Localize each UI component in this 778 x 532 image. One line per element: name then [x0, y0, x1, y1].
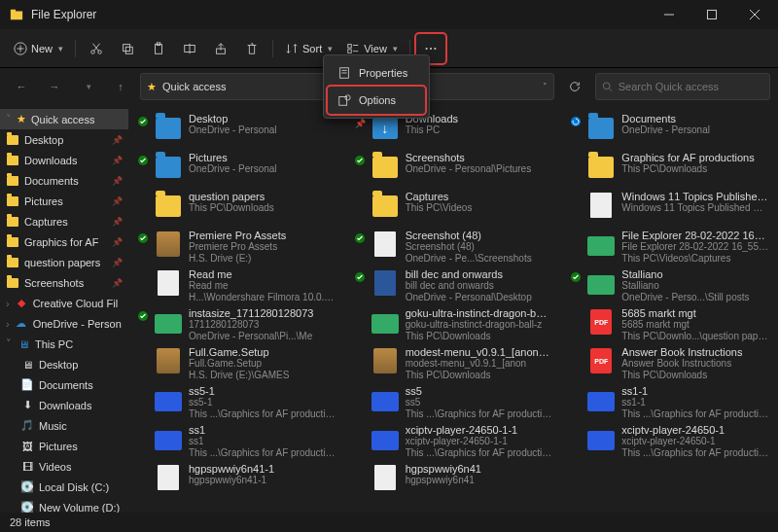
file-item[interactable]: Graphics for AF productionsThis PC\Downl… — [569, 150, 770, 187]
file-item[interactable]: DesktopOneDrive - Personal — [136, 111, 337, 148]
sync-badge — [355, 233, 365, 243]
copy-button[interactable] — [113, 34, 142, 63]
menu-options-label: Options — [359, 94, 396, 106]
sidebar-pin-downloads[interactable]: Downloads📌 — [0, 150, 128, 170]
file-item[interactable]: ScreenshotsOneDrive - Personal\Pictures — [353, 150, 554, 187]
item-thumbnail: PDF — [586, 307, 616, 337]
file-item[interactable]: question papersThis PC\Downloads — [136, 189, 337, 226]
file-item[interactable]: Windows 11 Topics Published EditedWindow… — [569, 189, 770, 226]
delete-button[interactable] — [237, 34, 266, 63]
item-thumbnail — [154, 191, 183, 220]
file-item[interactable]: File Explorer 28-02-2022 16_55_39File Ex… — [569, 228, 770, 265]
recent-button[interactable]: ▾ — [74, 73, 101, 100]
sidebar-pc-new-volume-d-[interactable]: 💽New Volume (D:) — [0, 497, 128, 513]
new-button[interactable]: New▾ — [8, 34, 69, 63]
sidebar-pc-videos[interactable]: 🎞Videos — [0, 456, 128, 477]
item-thumbnail — [371, 230, 400, 259]
sidebar-pc-documents[interactable]: 📄Documents — [0, 374, 128, 395]
item-name: Graphics for AF productions — [621, 152, 754, 163]
back-button[interactable]: ← — [8, 73, 35, 100]
paste-icon — [152, 42, 165, 55]
file-item[interactable]: xciptv-player-24650-1xciptv-player-24650… — [569, 422, 770, 459]
plus-circle-icon — [14, 42, 27, 55]
sync-badge — [138, 117, 148, 126]
file-item[interactable]: PicturesOneDrive - Personal — [136, 150, 337, 187]
file-item[interactable]: instasize_17112801280731711280128073OneD… — [136, 305, 337, 342]
sync-badge — [138, 233, 148, 243]
minimize-button[interactable] — [648, 0, 690, 29]
search-box[interactable] — [595, 73, 770, 100]
sidebar-pin-screenshots[interactable]: Screenshots📌 — [0, 272, 128, 293]
svg-rect-15 — [156, 44, 162, 53]
sidebar-onedrive[interactable]: ›☁OneDrive - Person — [0, 313, 128, 334]
file-item[interactable]: hgpspwwiy6n41hgpspwwiy6n41 — [353, 461, 554, 498]
file-item[interactable]: xciptv-player-24650-1-1xciptv-player-246… — [353, 422, 554, 459]
file-item[interactable]: Read meRead meH...\Wondershare Filmora 1… — [136, 266, 337, 303]
file-item[interactable]: Premiere Pro AssetsPremiere Pro AssetsH.… — [136, 228, 337, 265]
svg-rect-20 — [348, 44, 352, 48]
sidebar-pc-desktop[interactable]: 🖥Desktop — [0, 354, 128, 374]
sidebar: ˅★Quick accessDesktop📌Downloads📌Document… — [0, 105, 128, 513]
close-button[interactable] — [733, 0, 776, 29]
sidebar-pc-music[interactable]: 🎵Music — [0, 415, 128, 436]
menu-properties-label: Properties — [359, 67, 407, 79]
file-item[interactable]: ss5-1ss5-1This ...\Graphics for AF produ… — [136, 383, 337, 420]
item-thumbnail — [154, 307, 183, 337]
refresh-button[interactable] — [560, 73, 589, 100]
sidebar-pin-graphics-for-af[interactable]: Graphics for AF📌 — [0, 231, 128, 252]
menu-options[interactable]: Options — [328, 87, 425, 114]
share-button[interactable] — [206, 34, 235, 63]
search-input[interactable] — [619, 81, 763, 92]
chevron-down-icon[interactable]: ˅ — [543, 82, 548, 91]
sync-badge — [571, 311, 581, 321]
file-item[interactable]: bill dec and onwardsbill dec and onwards… — [353, 266, 554, 303]
file-item[interactable]: Full.Game.SetupFull.Game.SetupH.S. Drive… — [136, 344, 337, 381]
sync-badge — [355, 195, 365, 204]
item-path: This ...\Graphics for AF productions — [189, 447, 336, 459]
item-subtitle: ss5-1 — [189, 397, 336, 408]
sidebar-pin-captures[interactable]: Captures📌 — [0, 211, 128, 231]
file-item[interactable]: goku-ultra-instinct-dragon-ball-zgoku-ul… — [353, 305, 554, 342]
item-subtitle: 1711280128073 — [189, 319, 313, 331]
sync-badge — [355, 311, 365, 321]
paste-button[interactable] — [144, 34, 173, 63]
file-item[interactable]: Screenshot (48)Screenshot (48)OneDrive -… — [353, 228, 554, 265]
item-thumbnail — [586, 191, 616, 220]
file-item[interactable]: ss5ss5This ...\Graphics for AF productio… — [353, 383, 554, 420]
sidebar-this-pc[interactable]: ˅🖥This PC — [0, 334, 128, 354]
forward-button[interactable]: → — [41, 73, 68, 100]
sidebar-pin-desktop[interactable]: Desktop📌 — [0, 129, 128, 150]
file-item[interactable]: CapturesThis PC\Videos — [353, 189, 554, 226]
item-subtitle: OneDrive - Personal — [189, 163, 277, 175]
options-icon — [337, 93, 351, 107]
file-item[interactable]: ss1ss1This ...\Graphics for AF productio… — [136, 422, 337, 459]
item-path: This ...\Graphics for AF productions — [406, 447, 552, 459]
sidebar-pc-local-disk-c-[interactable]: 💽Local Disk (C:) — [0, 477, 128, 497]
file-item[interactable]: ss1-1ss1-1This ...\Graphics for AF produ… — [569, 383, 770, 420]
file-item[interactable]: StallianoStallianoOneDrive - Perso...\St… — [569, 266, 770, 303]
sidebar-pin-pictures[interactable]: Pictures📌 — [0, 191, 128, 211]
file-item[interactable]: PDF5685 markt mgt5685 markt mgtThis PC\D… — [569, 305, 770, 342]
item-thumbnail — [154, 268, 183, 298]
sidebar-creative-cloud[interactable]: ›◆Creative Cloud Fil — [0, 293, 128, 313]
item-name: Screenshots — [406, 152, 532, 163]
rename-button[interactable] — [175, 34, 204, 63]
item-subtitle: Read me — [189, 280, 336, 292]
up-button[interactable]: ↑ — [107, 73, 134, 100]
file-item[interactable]: PDFAnswer Book InstructionsAnswer Book I… — [569, 344, 770, 381]
sidebar-pc-downloads[interactable]: ⬇Downloads — [0, 395, 128, 415]
svg-rect-3 — [708, 11, 717, 19]
item-thumbnail — [371, 424, 400, 453]
file-item[interactable]: modest-menu_v0.9.1_[anon mods.com]modest… — [353, 344, 554, 381]
file-item[interactable]: hgpspwwiy6n41-1hgpspwwiy6n41-1 — [136, 461, 337, 498]
sidebar-pin-question-papers[interactable]: question papers📌 — [0, 252, 128, 272]
item-subtitle: hgpspwwiy6n41-1 — [189, 475, 274, 486]
sidebar-pin-documents[interactable]: Documents📌 — [0, 170, 128, 191]
maximize-button[interactable] — [690, 0, 733, 29]
menu-properties[interactable]: Properties — [328, 59, 425, 87]
cut-button[interactable] — [82, 34, 111, 63]
file-item[interactable]: DocumentsOneDrive - Personal — [569, 111, 770, 148]
sidebar-quick-access[interactable]: ˅★Quick access — [0, 109, 128, 129]
sidebar-pc-pictures[interactable]: 🖼Pictures — [0, 436, 128, 456]
item-thumbnail — [586, 424, 616, 453]
